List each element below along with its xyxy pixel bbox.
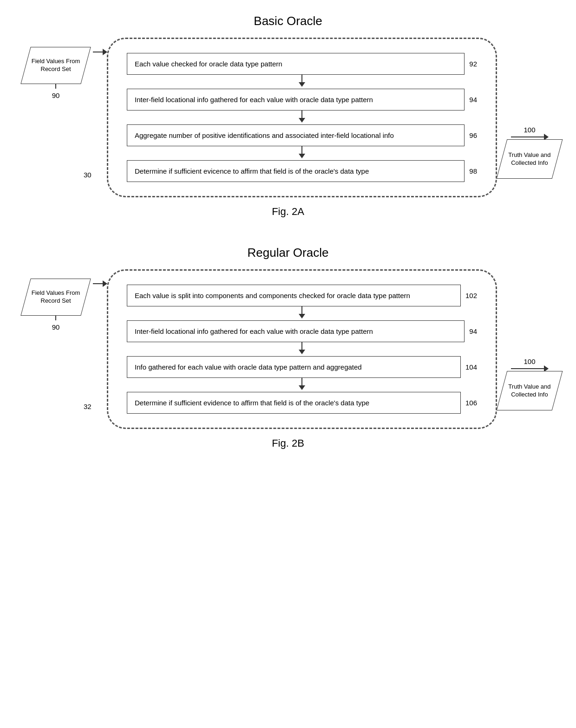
fig2a-input-label: Field Values From Record Set [26,58,85,73]
fig2a-output-arrow [511,136,548,137]
fig2b-step-box-102: Each value is split into components and … [127,285,461,306]
fig2b-input-arrow [93,283,107,284]
fig2a-ref-92: 92 [469,60,477,68]
fig2a-output-ref: 100 [524,126,535,134]
fig2b-arrow-3 [127,378,477,392]
fig2b-ref-106: 106 [465,399,477,407]
fig2a-input-arrow [93,52,107,52]
fig2a-step-row-96: Aggregate number of positive identificat… [127,124,477,146]
fig2b-step-104: Info gathered for each value with oracle… [127,356,461,378]
fig2a-label: Fig. 2A [19,206,557,218]
fig2a-left-input: Field Values From Record Set 90 [19,47,93,99]
fig2b-step-row-102: Each value is split into components and … [127,285,477,306]
fig2b-step-box-94: Inter-field locational info gathered for… [127,320,465,342]
fig2a-step-96: Aggregate number of positive identificat… [127,124,465,146]
fig2b-ref-94: 94 [469,327,477,335]
fig2b-step-row-106: Determine if sufficient evidence to affi… [127,392,477,414]
fig2a-output-label: Truth Value and Collected Info [502,151,557,167]
fig2a-dashed-box: Each value checked for oracle data type … [107,38,497,197]
fig2a-step-box-98: Determine if sufficient evicence to affi… [127,160,465,182]
fig2b-output-ref: 100 [524,358,535,365]
fig2b-title: Regular Oracle [19,246,557,260]
fig2b-step-106: Determine if sufficient evidence to affi… [127,392,461,414]
fig2b-step-box-104: Info gathered for each value with oracle… [127,356,461,378]
fig2b-input-ref: 90 [52,323,60,331]
fig2a-ref-98: 98 [469,167,477,175]
fig2b-step-row-104: Info gathered for each value with oracle… [127,356,477,378]
fig2b-left-input: Field Values From Record Set 90 [19,279,93,331]
fig2a-step-92: Each value checked for oracle data type … [127,53,465,75]
fig2a-ref-94: 94 [469,96,477,104]
fig2a-step-row-92: Each value checked for oracle data type … [127,53,477,75]
fig2b-steps: Each value is split into components and … [127,285,477,414]
fig2b-output-arrow [511,368,548,369]
fig2b-step-box-106: Determine if sufficient evidence to affi… [127,392,461,414]
fig2b-dashed-box: Each value is split into components and … [107,269,497,429]
fig2a-ref-96: 96 [469,131,477,139]
fig2b-step-102: Each value is split into components and … [127,285,461,306]
fig2b-ref-104: 104 [465,363,477,371]
fig2a-section: Basic Oracle Field Values From Record Se… [19,14,557,218]
fig2b-output-label: Truth Value and Collected Info [502,383,557,399]
fig2b-ref-102: 102 [465,292,477,299]
fig2a-input-ref: 90 [52,91,60,99]
fig2b-arrow-2 [127,342,477,356]
fig2a-step-row-98: Determine if sufficient evicence to affi… [127,160,477,182]
fig2b-output-shape: Truth Value and Collected Info [497,371,563,410]
fig2a-step-box-96: Aggregate number of positive identificat… [127,124,465,146]
fig2b-input-shape: Field Values From Record Set [20,279,91,316]
fig2b-input-label: Field Values From Record Set [26,289,85,305]
fig2a-input-shape: Field Values From Record Set [20,47,91,84]
fig2a-step-row-94: Inter-field locational info gathered for… [127,89,477,110]
fig2b-step-94: Inter-field locational info gathered for… [127,320,465,342]
fig2a-step-98: Determine if sufficient evicence to affi… [127,160,465,182]
fig2a-arrow-2 [127,110,477,124]
fig2a-step-box-92: Each value checked for oracle data type … [127,53,465,75]
fig2b-section: Regular Oracle Field Values From Record … [19,246,557,449]
fig2a-output-shape: Truth Value and Collected Info [497,139,563,179]
fig2a-step-94: Inter-field locational info gathered for… [127,89,465,110]
fig2a-steps: Each value checked for oracle data type … [127,53,477,182]
fig2a-step-box-94: Inter-field locational info gathered for… [127,89,465,110]
fig2a-arrow-1 [127,75,477,89]
fig2a-title: Basic Oracle [19,14,557,28]
fig2a-left-label: 30 [84,171,92,179]
fig2b-left-label: 32 [84,403,92,410]
fig2b-arrow-1 [127,306,477,320]
fig2a-arrow-3 [127,146,477,160]
fig2b-label: Fig. 2B [19,437,557,449]
fig2b-step-row-94: Inter-field locational info gathered for… [127,320,477,342]
